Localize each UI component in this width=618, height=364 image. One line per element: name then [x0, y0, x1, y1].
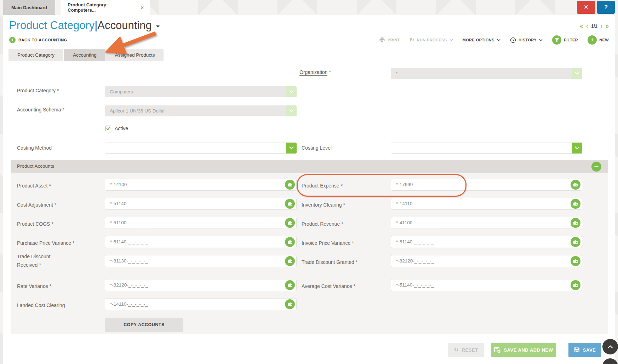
accounting-schema-select[interactable]: Aplicor 1 UN/36 US Dollar — [105, 105, 297, 116]
save-button[interactable]: SAVE — [568, 343, 601, 357]
trade-discount-received-label: Trade Discount Received* — [17, 252, 63, 269]
trade-discount-granted-field[interactable]: *-82120-_-_-_-_-_ — [391, 255, 582, 267]
account-combination-icon[interactable] — [571, 280, 580, 290]
account-combination-icon[interactable] — [571, 218, 580, 228]
trade-discount-received-field[interactable]: *-81130-_-_-_-_-_ — [105, 255, 297, 267]
minus-icon — [594, 166, 599, 167]
account-combination-icon[interactable] — [285, 180, 295, 190]
organization-label: Organization* — [299, 68, 331, 76]
reset-button[interactable]: ↻ RESET — [448, 343, 484, 357]
tab-accounting[interactable]: Accounting — [64, 49, 105, 61]
accounting-schema-label: Accounting Schema* — [17, 105, 64, 114]
page-title-window: Product Category — [9, 19, 95, 32]
purchase-price-variance-label: Purchase Price Variance* — [17, 239, 91, 247]
product-expense-field[interactable]: *-17999-_-_-_-_-_ — [391, 179, 582, 191]
previous-record-button[interactable]: ‹ — [586, 23, 588, 29]
save-and-add-new-button[interactable]: SAVE AND ADD NEW — [491, 343, 556, 357]
product-revenue-field[interactable]: *-41100-_-_-_-_-_ — [391, 217, 582, 229]
save-disk-icon — [574, 347, 580, 353]
inventory-clearing-field[interactable]: *-14110-_-_-_-_-_ — [391, 198, 582, 210]
tab-assigned-products[interactable]: Assigned Products — [106, 49, 164, 61]
costing-level-label: Costing Level — [302, 144, 332, 152]
section-title: Product Accounts — [17, 163, 54, 169]
costing-method-label: Costing Method — [17, 144, 52, 152]
dropdown-chevron-icon[interactable] — [572, 143, 582, 154]
account-combination-icon[interactable] — [571, 199, 580, 209]
last-record-button[interactable]: » — [606, 23, 609, 29]
help-icon: ? — [604, 4, 608, 11]
next-record-button[interactable]: › — [601, 23, 602, 29]
page-title: Product Category | Accounting — [9, 19, 160, 32]
window-tab-label: Main Dashboard — [11, 5, 47, 10]
tab-close-icon[interactable]: ✕ — [140, 5, 144, 10]
purchase-price-variance-field[interactable]: *-51140-_-_-_-_-_ — [105, 236, 297, 248]
new-record-button[interactable]: + NEW — [588, 35, 609, 45]
history-button[interactable]: HISTORY — [510, 37, 543, 43]
run-process-button[interactable]: ↻ RUN PROCESS — [410, 37, 453, 43]
dropdown-chevron-icon[interactable] — [286, 86, 297, 97]
window-close-button[interactable]: ✕ — [577, 1, 595, 14]
reset-icon: ↻ — [454, 347, 459, 353]
landed-cost-clearing-field[interactable]: *-14110-_-_-_-_-_ — [105, 298, 297, 310]
account-combination-icon[interactable] — [285, 237, 295, 247]
record-pager: « ‹ 1/1 › » — [580, 23, 609, 29]
dropdown-chevron-icon[interactable] — [286, 143, 297, 154]
product-asset-field[interactable]: *-14100-_-_-_-_-_ — [105, 179, 297, 191]
filter-funnel-icon — [552, 35, 561, 45]
product-cogs-label: Product COGS* — [17, 220, 91, 228]
window-tab-main-dashboard[interactable]: Main Dashboard — [3, 0, 55, 15]
plus-icon: + — [588, 35, 597, 45]
landed-cost-clearing-label: Landed Cost Clearing — [17, 301, 91, 310]
account-combination-icon[interactable] — [285, 256, 295, 266]
product-cogs-field[interactable]: *-51100-_-_-_-_-_ — [105, 217, 297, 229]
copy-accounts-button[interactable]: COPY ACCOUNTS — [105, 318, 183, 332]
account-combination-icon[interactable] — [285, 218, 295, 228]
save-add-icon — [494, 347, 501, 353]
average-cost-variance-field[interactable]: *-51140-_-_-_-_-_ — [391, 279, 582, 291]
cost-adjustment-label: Cost Adjustment* — [17, 201, 91, 209]
account-combination-icon[interactable] — [285, 299, 295, 309]
back-label: BACK TO ACCOUNTING — [18, 38, 67, 42]
active-label: Active — [115, 124, 128, 133]
account-combination-icon[interactable] — [571, 180, 580, 190]
active-checkbox[interactable] — [105, 126, 111, 131]
chevron-down-icon — [497, 39, 500, 41]
detail-tabs: Product Category Accounting Assigned Pro… — [8, 49, 164, 61]
invoice-price-variance-field[interactable]: *-51140-_-_-_-_-_ — [391, 236, 582, 248]
app-root: { "colors":{ "accent_green":"#7bbd4d","b… — [0, 0, 618, 364]
window-tab-product-category[interactable]: Product Category: Computers... ✕ — [61, 0, 150, 15]
title-dropdown-caret-icon[interactable] — [156, 25, 160, 28]
window-tab-label: Product Category: Computers... — [68, 2, 135, 13]
help-button[interactable]: ? — [597, 1, 615, 14]
account-combination-icon[interactable] — [285, 280, 295, 290]
check-icon — [106, 126, 110, 131]
product-expense-label: Product Expense* — [302, 181, 383, 190]
collapse-section-button[interactable] — [591, 162, 601, 172]
cost-adjustment-field[interactable]: *-51140-_-_-_-_-_ — [105, 198, 297, 210]
costing-level-select[interactable] — [391, 143, 582, 154]
run-process-icon: ↻ — [410, 37, 414, 43]
product-accounts-section: Product Accounts Product Asset* *-14100-… — [11, 160, 608, 334]
account-combination-icon[interactable] — [571, 237, 580, 247]
tab-product-category[interactable]: Product Category — [8, 49, 63, 61]
dropdown-chevron-icon[interactable] — [572, 68, 582, 79]
invoice-price-variance-label: Invoice Price Variance* — [302, 239, 383, 247]
tabs-divider — [8, 61, 608, 61]
organization-value: * — [396, 68, 397, 79]
costing-method-select[interactable] — [105, 143, 297, 154]
close-icon: ✕ — [584, 4, 589, 11]
back-arrow-icon — [9, 37, 16, 43]
dropdown-chevron-icon[interactable] — [286, 105, 297, 116]
scroll-to-top-button[interactable] — [602, 339, 618, 354]
account-combination-icon[interactable] — [571, 256, 580, 266]
print-button[interactable]: PRINT — [379, 37, 400, 43]
first-record-button[interactable]: « — [580, 23, 583, 29]
trade-discount-granted-label: Trade Discount Granted* — [302, 258, 383, 266]
back-to-accounting-link[interactable]: BACK TO ACCOUNTING — [9, 37, 67, 43]
more-options-button[interactable]: MORE OPTIONS — [463, 38, 500, 42]
account-combination-icon[interactable] — [285, 199, 295, 209]
rate-variance-field[interactable]: *-82120-_-_-_-_-_ — [105, 279, 297, 291]
filter-button[interactable]: FILTER — [552, 35, 578, 45]
product-category-select[interactable]: Computers — [105, 86, 297, 97]
organization-select[interactable]: * — [391, 68, 582, 79]
